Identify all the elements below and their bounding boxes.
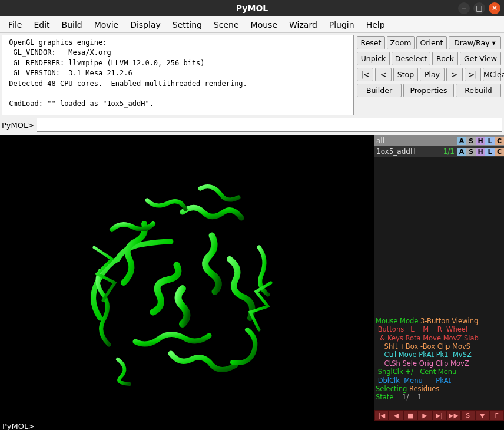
reset-button[interactable]: Reset (357, 36, 385, 49)
viewer-3d[interactable] (0, 135, 374, 421)
orient-button[interactable]: Orient (416, 36, 447, 49)
menu-display[interactable]: Display (125, 19, 165, 31)
color-button[interactable]: C (495, 148, 504, 156)
label-button[interactable]: L (485, 148, 495, 156)
menu-scene[interactable]: Scene (209, 19, 244, 31)
unpick-button[interactable]: Unpick (357, 52, 390, 65)
menu-help[interactable]: Help (362, 19, 390, 31)
pb-first[interactable]: |◀ (374, 410, 389, 421)
object-row-all[interactable]: all A S H L C (374, 135, 504, 146)
bottom-prompt: PyMOL> (2, 422, 35, 431)
cursor-icon: _ (35, 422, 39, 431)
last-frame-button[interactable]: >| (465, 68, 481, 81)
hide-button[interactable]: H (476, 148, 485, 156)
play-button[interactable]: Play (420, 68, 445, 81)
draw-ray-button[interactable]: Draw/Ray ▾ (449, 36, 501, 49)
menu-bar: File Edit Build Movie Display Setting Sc… (0, 16, 504, 33)
deselect-button[interactable]: Deselect (392, 52, 430, 65)
command-prompt-label: PyMOL> (2, 121, 34, 130)
minimize-button[interactable]: ─ (458, 2, 470, 14)
pb-last[interactable]: ▶▶ (446, 410, 460, 421)
menu-mouse[interactable]: Mouse (246, 19, 282, 31)
menu-build[interactable]: Build (57, 19, 87, 31)
first-frame-button[interactable]: |< (357, 68, 373, 81)
pb-s[interactable]: S (461, 410, 475, 421)
menu-wizard[interactable]: Wizard (284, 19, 322, 31)
hide-button[interactable]: H (476, 137, 485, 145)
command-input[interactable] (37, 118, 502, 132)
object-row-1ox5[interactable]: 1ox5_addH 1/1 A S H L C (374, 146, 504, 157)
color-button[interactable]: C (495, 137, 504, 145)
button-panel: Reset Zoom Orient Draw/Ray ▾ Unpick Dese… (356, 33, 504, 115)
playback-bar: |◀ ◀ ■ ▶ ▶| ▶▶ S ▼ F (374, 410, 504, 421)
close-button[interactable]: ✕ (489, 2, 500, 14)
show-button[interactable]: S (466, 137, 476, 145)
menu-plugin[interactable]: Plugin (324, 19, 359, 31)
action-button[interactable]: A (457, 148, 466, 156)
pb-play[interactable]: ▶ (417, 410, 432, 421)
pb-down[interactable]: ▼ (475, 410, 489, 421)
next-frame-button[interactable]: > (446, 68, 463, 81)
rock-button[interactable]: Rock (432, 52, 458, 65)
pb-prev[interactable]: ◀ (389, 410, 403, 421)
pb-stop[interactable]: ■ (403, 410, 417, 421)
label-button[interactable]: L (485, 137, 495, 145)
pb-next[interactable]: ▶| (432, 410, 446, 421)
object-panel: all A S H L C 1ox5_addH 1/1 A S H L C (374, 135, 504, 421)
console-output[interactable]: OpenGL graphics engine: GL_VENDOR: Mesa/… (2, 35, 354, 115)
menu-edit[interactable]: Edit (29, 19, 54, 31)
menu-setting[interactable]: Setting (168, 19, 207, 31)
maximize-button[interactable]: □ (473, 2, 485, 14)
pb-f[interactable]: F (490, 410, 504, 421)
action-button[interactable]: A (457, 137, 466, 145)
protein-structure (65, 165, 300, 389)
mouse-mode-info[interactable]: Mouse Mode 3-Button Viewing Buttons L M … (374, 308, 504, 411)
window-title: PyMOL (0, 4, 504, 13)
zoom-button[interactable]: Zoom (387, 36, 415, 49)
properties-button[interactable]: Properties (403, 84, 454, 97)
prev-frame-button[interactable]: < (375, 68, 392, 81)
title-bar: PyMOL ─ □ ✕ (0, 0, 504, 16)
stop-button[interactable]: Stop (393, 68, 418, 81)
show-button[interactable]: S (466, 148, 476, 156)
rebuild-button[interactable]: Rebuild (456, 84, 501, 97)
bottom-command-line[interactable]: PyMOL>_ (0, 421, 504, 430)
mclear-button[interactable]: MClear (483, 68, 501, 81)
get-view-button[interactable]: Get View (460, 52, 501, 65)
builder-button[interactable]: Builder (357, 84, 402, 97)
menu-movie[interactable]: Movie (89, 19, 123, 31)
menu-file[interactable]: File (4, 19, 26, 31)
